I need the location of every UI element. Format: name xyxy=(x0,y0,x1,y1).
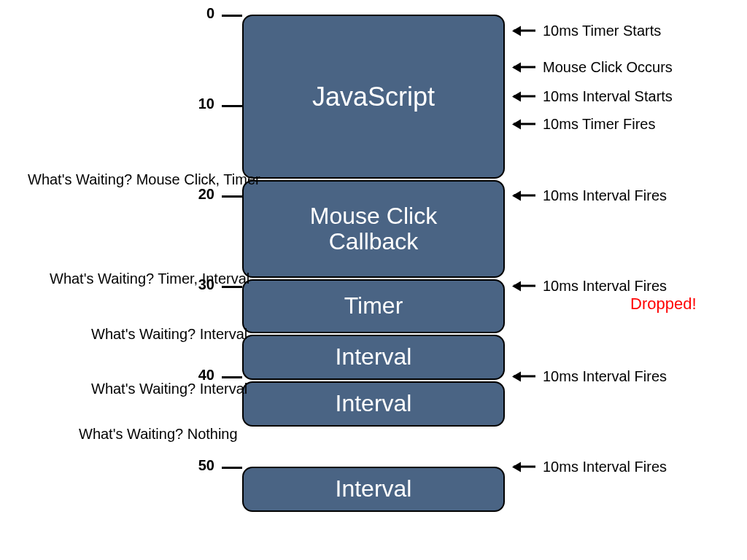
event-annotation: Mouse Click Occurs xyxy=(514,59,673,76)
block-label: Interval xyxy=(330,388,418,419)
timeline-diagram: JavaScript Mouse ClickCallback Timer Int… xyxy=(0,0,747,560)
event-label: 10ms Interval Fires xyxy=(543,187,667,204)
arrow-left-icon xyxy=(514,123,535,125)
block-interval-1: Interval xyxy=(242,335,505,380)
event-label: 10ms Interval Fires xyxy=(543,368,667,385)
block-javascript: JavaScript xyxy=(242,15,505,179)
arrow-left-icon xyxy=(514,30,535,32)
block-mouse-click-callback: Mouse ClickCallback xyxy=(242,180,505,278)
block-label: Timer xyxy=(338,290,409,322)
time-tick xyxy=(222,15,242,17)
event-label: 10ms Timer Fires xyxy=(543,116,655,133)
event-label: 10ms Interval Fires xyxy=(543,459,667,475)
waiting-label: What's Waiting? Mouse Click, Timer xyxy=(28,171,260,188)
event-annotation: 10ms Interval Fires xyxy=(514,368,667,385)
block-interval-3: Interval xyxy=(242,467,505,512)
event-annotation: 10ms Interval Fires xyxy=(514,278,667,295)
event-annotation: 10ms Timer Fires xyxy=(514,116,655,133)
time-tick-label: 50 xyxy=(198,457,214,474)
arrow-left-icon xyxy=(514,466,535,468)
block-timer: Timer xyxy=(242,279,505,333)
time-tick xyxy=(222,467,242,469)
arrow-left-icon xyxy=(514,66,535,69)
event-label: 10ms Interval Starts xyxy=(543,88,673,105)
waiting-label: What's Waiting? Timer, Interval xyxy=(50,271,249,287)
block-label: JavaScript xyxy=(306,79,441,114)
block-label: Interval xyxy=(330,473,418,505)
event-annotation: 10ms Interval Starts xyxy=(514,88,673,105)
time-tick xyxy=(222,195,242,198)
arrow-left-icon xyxy=(514,96,535,98)
waiting-label: What's Waiting? Interval xyxy=(91,326,247,343)
dropped-label: Dropped! xyxy=(630,295,697,314)
time-tick-label: 10 xyxy=(198,96,214,112)
arrow-left-icon xyxy=(514,285,535,287)
event-annotation: 10ms Interval Fires xyxy=(514,459,667,475)
time-tick xyxy=(222,105,242,107)
waiting-label: What's Waiting? Interval xyxy=(91,381,247,397)
time-tick-label: 20 xyxy=(198,186,214,203)
block-interval-2: Interval xyxy=(242,381,505,427)
event-annotation: 10ms Interval Fires xyxy=(514,187,667,204)
event-label: Mouse Click Occurs xyxy=(543,59,673,76)
event-label: 10ms Timer Starts xyxy=(543,23,661,39)
block-label: Mouse ClickCallback xyxy=(304,201,443,257)
arrow-left-icon xyxy=(514,376,535,378)
waiting-label: What's Waiting? Nothing xyxy=(79,426,238,443)
event-annotation: 10ms Timer Starts xyxy=(514,23,661,39)
block-label: Interval xyxy=(330,341,418,373)
time-tick-label: 0 xyxy=(206,5,214,22)
event-label: 10ms Interval Fires xyxy=(543,278,667,295)
time-tick xyxy=(222,376,242,378)
arrow-left-icon xyxy=(514,195,535,197)
